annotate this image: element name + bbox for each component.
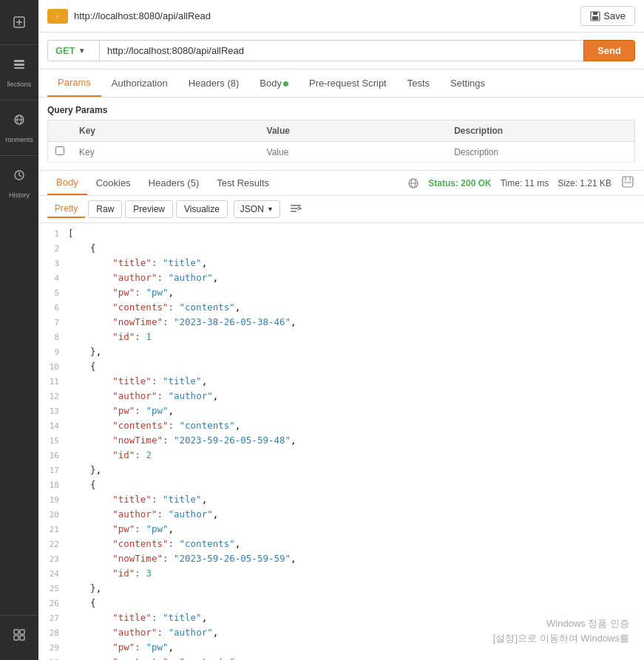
- tab-body[interactable]: Body: [249, 70, 299, 96]
- save-response-icon: [622, 176, 634, 188]
- json-line: 23 "nowTime": "2023-59-26-05-59-59",: [38, 551, 644, 566]
- json-line: 21 "pw": "pw",: [38, 522, 644, 537]
- sidebar-collections-label: llections: [7, 81, 32, 88]
- tab-params[interactable]: Params: [47, 69, 101, 97]
- tab-prerequest[interactable]: Pre-request Script: [299, 70, 397, 96]
- response-tab-body[interactable]: Body: [47, 171, 87, 195]
- line-number: 22: [38, 538, 68, 551]
- wrap-lines-button[interactable]: [289, 202, 302, 217]
- params-desc-input[interactable]: [454, 147, 627, 157]
- json-line: 30 "contents": "contents",: [38, 655, 644, 660]
- sidebar-icon-collections[interactable]: [6, 51, 33, 78]
- params-row-desc-cell[interactable]: [447, 142, 634, 163]
- svg-rect-11: [20, 630, 24, 634]
- format-label: JSON: [240, 204, 264, 214]
- line-content: "title": "title",: [68, 374, 638, 389]
- json-line: 25 },: [38, 581, 644, 596]
- tab-authorization[interactable]: Authorization: [101, 70, 178, 96]
- tab-headers[interactable]: Headers (8): [178, 70, 250, 96]
- params-key-header: Key: [72, 120, 260, 142]
- json-viewer[interactable]: 1[2 {3 "title": "title",4 "author": "aut…: [38, 223, 644, 660]
- params-row-checkbox[interactable]: [48, 142, 72, 163]
- line-content: "author": "author",: [68, 507, 638, 522]
- line-number: 6: [38, 302, 68, 315]
- line-content: "nowTime": "2023-59-26-05-59-48",: [68, 433, 638, 448]
- json-line: 18 {: [38, 477, 644, 492]
- svg-rect-13: [20, 636, 24, 640]
- response-toolbar: Pretty Raw Preview Visualize JSON ▼: [38, 196, 644, 223]
- view-preview-button[interactable]: Preview: [125, 200, 173, 218]
- line-content: {: [68, 359, 638, 374]
- svg-rect-18: [592, 16, 598, 20]
- sidebar: llections ronments History: [0, 0, 38, 660]
- sidebar-icon-environments[interactable]: [6, 106, 33, 133]
- tab-settings[interactable]: Settings: [440, 70, 495, 96]
- save-button[interactable]: Save: [580, 6, 635, 26]
- method-select[interactable]: GET ▼: [47, 40, 99, 61]
- line-number: 24: [38, 568, 68, 581]
- tab-tests[interactable]: Tests: [397, 70, 440, 96]
- body-tab-dot: [283, 81, 288, 86]
- wrap-icon: [289, 202, 302, 215]
- svg-text:⚡: ⚡: [56, 13, 60, 20]
- line-content: {: [68, 596, 638, 610]
- row-checkbox-input[interactable]: [55, 146, 64, 155]
- line-number: 21: [38, 523, 68, 537]
- line-number: 5: [38, 287, 68, 300]
- sidebar-icon-new[interactable]: [6, 9, 33, 35]
- response-tab-testresults[interactable]: Test Results: [208, 171, 278, 194]
- line-content: "nowTime": "2023-38-26-05-38-46",: [68, 315, 638, 330]
- url-input[interactable]: [99, 40, 583, 61]
- response-time: Time: 11 ms: [501, 178, 549, 188]
- topbar-url: http://localhost:8080/api/allRead: [74, 10, 574, 21]
- params-value-header: Value: [260, 120, 447, 142]
- sidebar-icon-history[interactable]: [6, 162, 33, 188]
- line-content: {: [68, 241, 638, 256]
- json-line: 16 "id": 2: [38, 448, 644, 463]
- line-number: 8: [38, 331, 68, 344]
- save-icon: [590, 11, 600, 21]
- json-line: 1[: [38, 226, 644, 241]
- svg-rect-22: [623, 177, 633, 187]
- main-content: ⚡ http://localhost:8080/api/allRead Save…: [38, 0, 644, 660]
- params-row-value-cell[interactable]: [260, 142, 447, 163]
- view-visualize-button[interactable]: Visualize: [176, 200, 228, 218]
- line-number: 15: [38, 435, 68, 448]
- json-line: 20 "author": "author",: [38, 507, 644, 522]
- params-row: [48, 142, 635, 163]
- response-tab-headers[interactable]: Headers (5): [140, 171, 209, 194]
- method-label: GET: [55, 45, 75, 56]
- line-content: "title": "title",: [68, 610, 638, 625]
- line-number: 4: [38, 272, 68, 285]
- svg-rect-10: [14, 630, 18, 634]
- line-content: "title": "title",: [68, 492, 638, 507]
- request-tabs: Params Authorization Headers (8) Body Pr…: [38, 69, 644, 98]
- save-response-button[interactable]: [620, 174, 635, 191]
- format-select[interactable]: JSON ▼: [234, 200, 280, 218]
- line-number: 20: [38, 508, 68, 522]
- sidebar-environments-label: ronments: [5, 136, 33, 143]
- response-size: Size: 1.21 KB: [557, 178, 611, 188]
- json-line: 15 "nowTime": "2023-59-26-05-59-48",: [38, 433, 644, 448]
- line-number: 18: [38, 479, 68, 492]
- params-value-input[interactable]: [267, 147, 440, 157]
- line-content: "author": "author",: [68, 271, 638, 285]
- view-raw-button[interactable]: Raw: [88, 200, 122, 218]
- params-key-input[interactable]: [79, 147, 252, 157]
- view-pretty-button[interactable]: Pretty: [47, 200, 85, 218]
- response-tab-cookies[interactable]: Cookies: [87, 171, 140, 194]
- method-chevron-icon: ▼: [78, 47, 86, 55]
- line-content: },: [68, 463, 638, 477]
- sidebar-icon-layout[interactable]: [6, 622, 33, 648]
- send-button[interactable]: Send: [583, 40, 635, 61]
- json-line: 11 "title": "title",: [38, 374, 644, 389]
- line-number: 11: [38, 375, 68, 389]
- params-row-key-cell[interactable]: [72, 142, 260, 163]
- response-tabs: Body Cookies Headers (5) Test Results St…: [38, 171, 644, 196]
- json-line: 14 "contents": "contents",: [38, 418, 644, 433]
- query-params-title: Query Params: [47, 105, 635, 115]
- line-number: 23: [38, 553, 68, 566]
- line-content: "id": 2: [68, 448, 638, 463]
- line-content: "pw": "pw",: [68, 522, 638, 537]
- json-line: 17 },: [38, 463, 644, 477]
